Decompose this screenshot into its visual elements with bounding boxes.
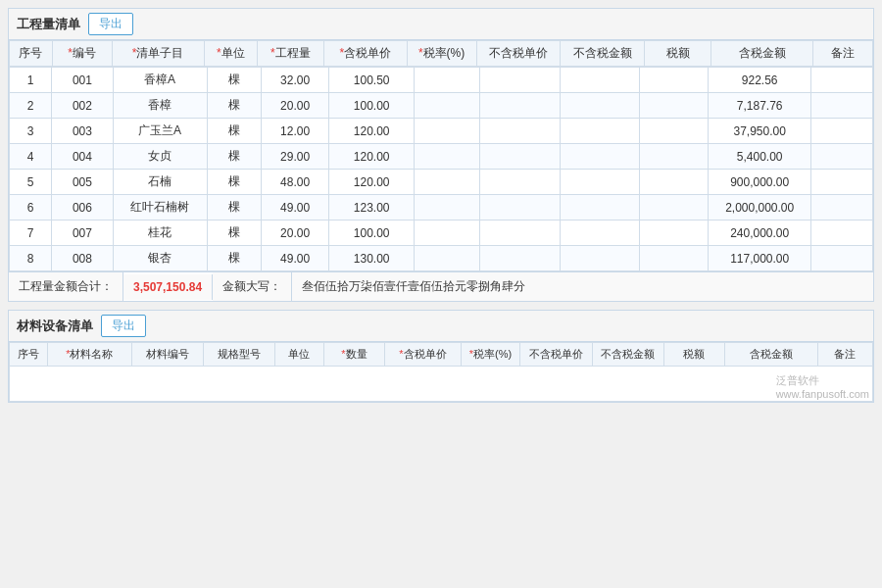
th-notax-price-label: 不含税单价 [489,46,548,60]
s2-th-taxprice: *含税单价 [385,343,462,367]
th-notax-amt: 不含税金额 [561,41,645,67]
th-tax-rate-label: 税率(%) [423,46,466,60]
th-tax-price-label: 含税单价 [344,46,391,60]
th-unit-label: 单位 [221,46,245,60]
section1-tbody-wrap[interactable]: 1001香樟A棵32.00100.50922.562002香樟棵20.00100… [9,67,873,271]
th-code: *编号 [52,41,112,67]
th-seq: 序号 [10,41,53,67]
section1-table: 序号 *编号 *清单子目 *单位 *工程量 *含税单价 *税率(%) 不含税单价… [9,40,873,67]
s2-th-seq: 序号 [10,343,48,367]
footer-sum-label: 工程量金额合计： [9,272,123,301]
table-row: 6006红叶石楠树棵49.00123.002,000,000.00 [10,195,873,220]
section2-tbody [10,367,873,402]
page-container: 工程量清单 导出 序号 *编号 *清单子目 *单位 *工程量 *含税单价 *税率… [0,0,882,588]
footer-sum-value: 3,507,150.84 [123,274,213,300]
th-total: 含税金额 [711,41,812,67]
th-total-label: 含税金额 [739,46,786,60]
section2-table-wrap: 序号 *材料名称 材料编号 规格型号 单位 *数量 *含税单价 *税率(%) 不… [9,342,873,402]
s2-th-notaxprice: 不含税单价 [520,343,592,367]
s2-th-qty: *数量 [323,343,384,367]
table-row: 8008银杏棵49.00130.00117,000.00 [10,246,873,271]
th-tax-rate: *税率(%) [407,41,476,67]
th-name-label: 清单子目 [136,46,183,60]
section2-table: 序号 *材料名称 材料编号 规格型号 单位 *数量 *含税单价 *税率(%) 不… [9,342,873,402]
engineering-quantity-section: 工程量清单 导出 序号 *编号 *清单子目 *单位 *工程量 *含税单价 *税率… [8,8,874,302]
website: www.fanpusoft.com [776,388,869,400]
th-qty: *工程量 [257,41,323,67]
s2-th-code: 材料编号 [131,343,203,367]
watermark: 泛普软件 www.fanpusoft.com [776,373,869,400]
th-tax-amt-label: 税额 [666,46,690,60]
s2-th-remark: 备注 [817,343,872,367]
material-equipment-section: 材料设备清单 导出 序号 *材料名称 材料编号 规格型号 单位 *数量 *含税单… [8,310,874,403]
section2-header: 材料设备清单 导出 [9,311,873,342]
th-unit: *单位 [204,41,257,67]
section2-export-button[interactable]: 导出 [101,315,146,337]
section2-title: 材料设备清单 [17,318,93,335]
table-row: 3003广玉兰A棵12.00120.0037,950.00 [10,119,873,144]
th-name: *清单子目 [112,41,204,67]
table-row: 5005石楠棵48.00120.00900,000.00 [10,170,873,195]
th-tax-amt: 税额 [645,41,711,67]
section1-header: 工程量清单 导出 [9,9,873,40]
table-row: 2002香樟棵20.00100.007,187.76 [10,93,873,119]
section1-table-wrap: 序号 *编号 *清单子目 *单位 *工程量 *含税单价 *税率(%) 不含税单价… [9,40,873,271]
section2-header-row: 序号 *材料名称 材料编号 规格型号 单位 *数量 *含税单价 *税率(%) 不… [10,343,873,367]
s2-th-taxamt: 税额 [663,343,724,367]
th-tax-price: *含税单价 [323,41,407,67]
th-remark: 备注 [812,41,872,67]
th-code-label: 编号 [73,46,96,60]
table-row: 1001香樟A棵32.00100.50922.56 [10,68,873,93]
table-row: 7007桂花棵20.00100.00240,000.00 [10,220,873,246]
s2-th-unit: 单位 [275,343,324,367]
footer-big-label: 金额大写： [213,272,292,301]
s2-th-name: *材料名称 [47,343,131,367]
th-qty-label: 工程量 [275,46,311,60]
s2-th-total: 含税金额 [725,343,818,367]
th-notax-amt-label: 不含税金额 [573,46,632,60]
brand-name: 泛普软件 [776,374,819,386]
s2-th-taxrate: *税率(%) [461,343,520,367]
section1-header-row: 序号 *编号 *清单子目 *单位 *工程量 *含税单价 *税率(%) 不含税单价… [10,41,873,67]
section1-tbody: 1001香樟A棵32.00100.50922.562002香樟棵20.00100… [10,68,873,271]
s2-th-spec: 规格型号 [204,343,275,367]
th-notax-price: 不含税单价 [476,41,561,67]
table-row [10,367,873,402]
section1-tbody-table: 1001香樟A棵32.00100.50922.562002香樟棵20.00100… [9,67,873,271]
footer-big-value: 叁佰伍拾万柒佰壹仟壹佰伍拾元零捌角肆分 [292,272,873,301]
th-seq-label: 序号 [19,46,42,60]
s2-th-notaxamt: 不含税金额 [592,343,663,367]
section1-title: 工程量清单 [17,16,80,33]
th-remark-label: 备注 [831,46,855,60]
table-row: 4004女贞棵29.00120.005,400.00 [10,144,873,170]
section1-footer: 工程量金额合计： 3,507,150.84 金额大写： 叁佰伍拾万柒佰壹仟壹佰伍… [9,271,873,301]
section1-export-button[interactable]: 导出 [88,13,133,35]
